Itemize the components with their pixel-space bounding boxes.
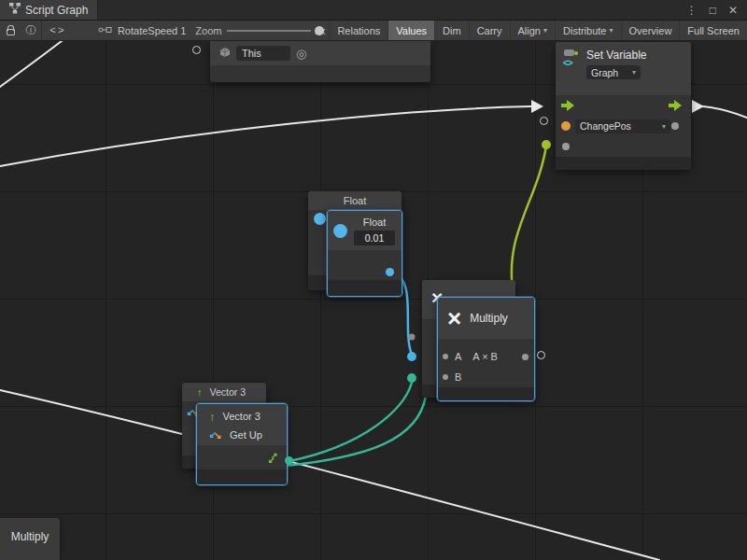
zoom-label: Zoom bbox=[195, 25, 221, 36]
wire-flow-lower bbox=[0, 390, 659, 560]
flow-output-port[interactable] bbox=[669, 100, 683, 111]
float-icon bbox=[314, 213, 326, 225]
window-controls: ⋮ □ ✕ bbox=[686, 0, 747, 20]
toolbar-button-relations[interactable]: Relations bbox=[329, 21, 388, 40]
multiply-icon: × bbox=[447, 306, 461, 330]
zoom-slider[interactable] bbox=[225, 21, 312, 41]
zoom-slider-handle[interactable] bbox=[315, 26, 324, 35]
tab-title: Script Graph bbox=[25, 4, 88, 17]
node-title: Set Variable bbox=[586, 49, 646, 62]
toolbar-button-carry[interactable]: Carry bbox=[469, 21, 510, 40]
up-arrow-icon: ↑ bbox=[197, 386, 203, 398]
toolbar-button-fullscreen[interactable]: Full Screen bbox=[679, 21, 747, 40]
edit-source-button[interactable]: <> bbox=[42, 21, 74, 40]
lock-icon bbox=[7, 29, 15, 35]
node-footer bbox=[438, 387, 534, 400]
chevron-down-icon: ▾ bbox=[543, 26, 547, 35]
script-graph-icon bbox=[9, 3, 21, 17]
breadcrumb-label: RotateSpeed 1 bbox=[118, 25, 186, 36]
wire-arrow-icon bbox=[531, 100, 543, 113]
wire-flow-out-of-set-variable bbox=[703, 106, 747, 118]
port-result-dot[interactable] bbox=[522, 354, 529, 360]
float-output-port[interactable] bbox=[386, 268, 394, 276]
node-multiply[interactable]: × Multiply A A × B B bbox=[437, 297, 535, 401]
cube-icon bbox=[219, 45, 231, 62]
empty-port-ring[interactable] bbox=[537, 351, 545, 359]
vector-output-icon: ↗ ↙ bbox=[268, 453, 279, 464]
toolbar-button-overview[interactable]: Overview bbox=[621, 21, 680, 40]
output-value-port[interactable] bbox=[671, 122, 679, 130]
node-footer bbox=[328, 280, 402, 296]
toolbar-button-distribute[interactable]: Distribute▾ bbox=[555, 21, 620, 40]
zoom-slider-track bbox=[227, 30, 310, 32]
code-icon: <> bbox=[49, 25, 65, 36]
wire-getup-to-multiply-b-back bbox=[286, 396, 426, 466]
node-title: Vector 3 bbox=[223, 411, 261, 422]
tab-script-graph[interactable]: Script Graph bbox=[0, 0, 98, 20]
wire-multiply-to-set-variable bbox=[512, 146, 546, 289]
lock-button[interactable] bbox=[0, 21, 21, 40]
maximize-icon[interactable]: □ bbox=[710, 4, 716, 17]
float-value-field[interactable]: 0.01 bbox=[354, 231, 395, 245]
toolbar-button-align[interactable]: Align▾ bbox=[510, 21, 555, 40]
object-picker-icon[interactable]: ◎ bbox=[296, 48, 306, 60]
info-button[interactable]: ⓘ bbox=[21, 21, 41, 40]
kebab-menu-icon[interactable]: ⋮ bbox=[686, 4, 698, 17]
node-title: Float bbox=[363, 217, 386, 228]
get-up-icon: ↙ ↘ bbox=[209, 429, 222, 441]
chevron-down-icon: ▾ bbox=[627, 68, 636, 77]
variable-scope-dropdown[interactable]: Graph ▾ bbox=[586, 65, 641, 79]
wire-flow-top-corner bbox=[0, 41, 62, 87]
flow-input-port[interactable] bbox=[561, 100, 575, 111]
port-b-dot[interactable] bbox=[443, 374, 448, 380]
input-value-port[interactable] bbox=[562, 143, 570, 150]
unconnected-port-dot[interactable] bbox=[409, 334, 416, 341]
node-body bbox=[210, 65, 430, 82]
multiply-port-a-dot[interactable] bbox=[407, 352, 416, 361]
empty-port-ring[interactable] bbox=[192, 46, 201, 54]
set-variable-icon: <> bbox=[563, 49, 580, 69]
port-result-label: A × B bbox=[472, 351, 498, 362]
variable-name-dropdown[interactable]: ChangePos ▾ bbox=[575, 119, 670, 133]
toolbar-button-values[interactable]: Values bbox=[388, 21, 434, 40]
graph-toolbar: ⓘ <> RotateSpeed 1 Zoom 1x Relations Val… bbox=[0, 21, 747, 41]
wire-getup-to-multiply-b bbox=[289, 383, 412, 461]
port-b-label: B bbox=[455, 371, 461, 383]
node-footer bbox=[556, 157, 691, 170]
breadcrumb[interactable]: RotateSpeed 1 bbox=[98, 25, 186, 36]
empty-port-ring[interactable] bbox=[540, 117, 548, 125]
node-title: Float bbox=[344, 195, 366, 206]
graph-node-icon bbox=[98, 25, 113, 36]
node-title: Vector 3 bbox=[210, 386, 247, 398]
wire-flow-into-set-variable bbox=[0, 106, 531, 166]
this-object-field[interactable]: This bbox=[236, 46, 290, 61]
info-icon: ⓘ bbox=[26, 23, 36, 37]
port-a-dot[interactable] bbox=[443, 354, 448, 359]
toolbar-button-dim[interactable]: Dim bbox=[434, 21, 469, 40]
close-icon[interactable]: ✕ bbox=[728, 4, 738, 17]
multiply-port-b-dot[interactable] bbox=[407, 373, 416, 383]
chevron-down-icon: ▾ bbox=[656, 122, 666, 131]
float-icon bbox=[333, 224, 347, 238]
up-arrow-icon: ↑ bbox=[209, 410, 216, 424]
wire-end-port[interactable] bbox=[542, 140, 551, 149]
node-title: Multiply bbox=[11, 530, 49, 543]
node-multiply-corner[interactable]: Multiply bbox=[0, 518, 60, 560]
node-this[interactable]: This ◎ bbox=[210, 41, 430, 82]
node-footer bbox=[197, 469, 287, 484]
vector-output-port[interactable] bbox=[285, 456, 293, 465]
port-a-label: A bbox=[455, 351, 461, 362]
graph-canvas[interactable]: Float × ↑ Vector 3 ↙ ↘ This bbox=[0, 41, 747, 560]
node-get-up[interactable]: ↑ Vector 3 ↙ ↘ Get Up ↗ ↙ bbox=[196, 403, 288, 485]
node-float[interactable]: Float 0.01 bbox=[327, 210, 402, 297]
chevron-down-icon: ▾ bbox=[609, 26, 613, 35]
node-set-variable[interactable]: <> Set Variable Graph ▾ ChangePos ▾ bbox=[556, 42, 691, 170]
operation-label: Get Up bbox=[230, 429, 262, 441]
window-tab-bar: Script Graph ⋮ □ ✕ bbox=[0, 0, 747, 21]
variable-name-port[interactable] bbox=[561, 121, 571, 131]
node-title: Multiply bbox=[470, 312, 508, 325]
